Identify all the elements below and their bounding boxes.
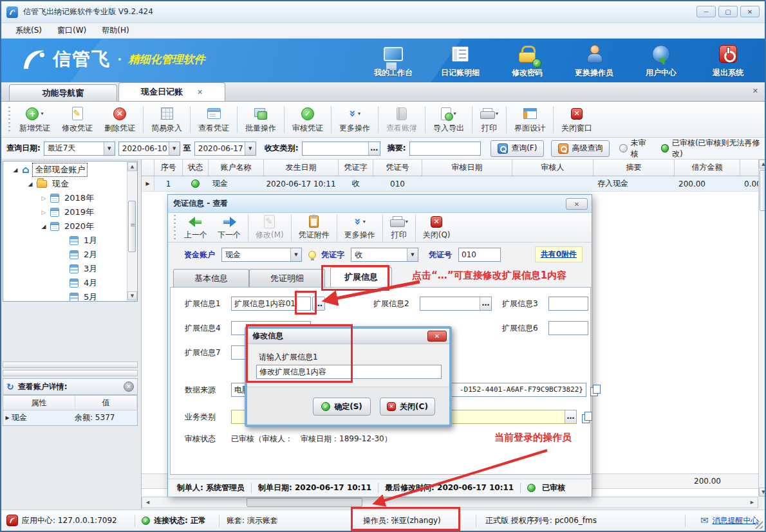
expander-icon[interactable] [12, 167, 19, 173]
vertical-scrollbar[interactable]: ▲ ▼ [758, 160, 766, 497]
modify-button[interactable]: 修改(M) [250, 214, 289, 241]
tree-item-cash[interactable]: 现金 [3, 177, 137, 191]
column-header-seq[interactable]: 序号 [154, 160, 183, 176]
new-voucher-button[interactable]: + 新增凭证 [14, 104, 56, 135]
voucher-number-input[interactable]: 010 [458, 248, 501, 262]
banner-action-workbench[interactable]: 我的工作台 [366, 42, 421, 78]
view-voucher-button[interactable]: 查看凭证 [192, 104, 235, 135]
date-from-select[interactable]: 2020-06-10 [118, 142, 180, 156]
column-header-credit[interactable] [740, 160, 758, 176]
message-center[interactable]: 消息提醒中心 [700, 510, 759, 531]
column-header-word[interactable]: 凭证字 [339, 160, 373, 176]
next-voucher-button[interactable]: 下一个 [212, 214, 246, 241]
dialog-print-button[interactable]: 打印 [385, 214, 413, 241]
scroll-thumb[interactable] [760, 170, 766, 211]
search-button[interactable]: 查询(F) [490, 140, 544, 157]
quick-entry-button[interactable]: 简易录入 [145, 104, 188, 135]
modal-close-icon[interactable] [427, 331, 447, 342]
column-header-number[interactable]: 凭证号 [373, 160, 422, 176]
ext1-ellipsis-button[interactable]: … [312, 297, 325, 311]
modal-text-input[interactable]: 修改扩展信息1内容 [256, 365, 442, 379]
prev-voucher-button[interactable]: 上一个 [179, 214, 212, 241]
voucher-attachment-button[interactable]: 凭证附件 [294, 214, 335, 241]
column-header-property[interactable]: 属性 [3, 396, 75, 410]
tab-function-nav[interactable]: 功能导航窗 [9, 84, 117, 101]
tab-close-icon[interactable] [197, 88, 203, 96]
date-preset-select[interactable]: 最近7天 [44, 142, 115, 156]
scroll-thumb[interactable] [128, 201, 136, 252]
copy-icon[interactable] [590, 385, 600, 396]
banner-action-journal[interactable]: 日记账明细 [433, 42, 488, 78]
account-detail-row[interactable]: 现金 余额: 5377 [3, 410, 137, 425]
horizontal-scrollbar[interactable]: ◀ ▶ [142, 497, 758, 508]
tree-item-mar[interactable]: 3月 [3, 262, 137, 276]
modal-close-button[interactable]: ✕ 关闭(C) [380, 398, 435, 416]
close-button[interactable] [740, 6, 760, 17]
menu-help[interactable]: 帮助(H) [94, 24, 136, 37]
edit-voucher-button[interactable]: 修改凭证 [56, 104, 98, 135]
tree-item-all-accounts[interactable]: 全部现金账户 [3, 163, 137, 177]
modal-ok-button[interactable]: 确定(S) [313, 398, 371, 416]
fund-account-select[interactable]: 现金 [221, 248, 302, 262]
banner-action-user-center[interactable]: 用户中心 [633, 42, 689, 78]
tab-extended-info[interactable]: 扩展信息 [330, 267, 392, 287]
scroll-up-icon[interactable]: ▲ [759, 160, 766, 169]
chevron-down-icon[interactable] [104, 142, 115, 155]
ext2-input[interactable]: … [420, 297, 492, 311]
chevron-down-icon[interactable] [407, 248, 418, 261]
ext3-input[interactable] [548, 297, 588, 311]
splitter-bar[interactable] [3, 362, 138, 368]
expander-icon[interactable] [41, 195, 47, 201]
column-header-audit-date[interactable]: 审核日期 [422, 160, 512, 176]
banner-action-switch-operator[interactable]: 更换操作员 [566, 42, 622, 78]
tree-item-apr[interactable]: 4月 [3, 276, 137, 290]
category-input[interactable]: … [302, 142, 380, 156]
column-header-summary[interactable]: 摘要 [593, 160, 675, 176]
delete-voucher-button[interactable]: ✕ 删除凭证 [98, 104, 141, 135]
expander-icon[interactable] [41, 223, 47, 230]
voucher-row[interactable]: 1 现金 2020-06-17 10:11 收 010 存入现金 200.00 … [142, 176, 758, 192]
audit-voucher-button[interactable]: ✓ 审核凭证 [286, 104, 329, 135]
scroll-up-icon[interactable]: ▲ [127, 162, 137, 171]
expander-icon[interactable] [41, 209, 47, 216]
minimize-button[interactable] [696, 6, 716, 17]
tree-item-feb[interactable]: 2月 [3, 248, 137, 262]
ext6-input[interactable] [548, 321, 588, 335]
tree-item-jan[interactable]: 1月 [3, 234, 137, 248]
scroll-thumb[interactable] [247, 498, 362, 507]
column-header-account[interactable]: 账户名称 [209, 160, 264, 176]
ui-design-button[interactable]: 界面设计 [509, 104, 551, 135]
advanced-search-button[interactable]: 高级查询 [551, 140, 610, 157]
chevron-down-icon[interactable] [245, 142, 256, 155]
expander-icon[interactable] [27, 181, 33, 187]
attachment-count-link[interactable]: 共有0附件 [535, 246, 583, 262]
maximize-button[interactable] [718, 6, 738, 17]
chevron-down-icon[interactable] [290, 248, 301, 261]
banner-action-exit[interactable]: 退出系统 [700, 42, 756, 78]
menu-system[interactable]: 系统(S) [8, 24, 50, 37]
summary-input[interactable] [409, 142, 481, 156]
tree-item-may[interactable]: 5月 [3, 290, 137, 302]
menu-window[interactable]: 窗口(W) [50, 24, 94, 37]
scroll-down-icon[interactable]: ▼ [127, 291, 137, 300]
tree-scrollbar[interactable]: ▲ ▼ [127, 162, 136, 300]
dialog-close-button[interactable]: ✕ 关闭(Q) [418, 214, 456, 241]
chevron-down-icon[interactable] [169, 142, 180, 155]
resize-grip[interactable] [755, 521, 763, 529]
ellipsis-button[interactable]: … [565, 410, 576, 423]
tab-voucher-detail[interactable]: 凭证明细 [249, 269, 325, 287]
column-header-auditor[interactable]: 审核人 [512, 160, 593, 176]
import-export-button[interactable]: 导入导出 [427, 104, 470, 135]
tree-item-2018[interactable]: 2018年 [3, 191, 137, 205]
scroll-right-icon[interactable]: ▶ [747, 498, 757, 507]
column-header-value[interactable]: 值 [75, 396, 137, 410]
tab-cash-journal[interactable]: 现金日记账 [118, 82, 225, 101]
tab-basic-info[interactable]: 基本信息 [173, 269, 249, 287]
column-header-debit[interactable]: 借方金额 [675, 160, 740, 176]
print-button[interactable]: 打印 [474, 104, 504, 135]
ellipsis-button[interactable]: … [368, 142, 380, 155]
scroll-left-icon[interactable]: ◀ [143, 498, 153, 507]
ext1-input[interactable]: 扩展信息1内容01 [231, 297, 311, 311]
date-to-select[interactable]: 2020-06-17 [194, 142, 256, 156]
column-header-date[interactable]: 发生日期 [264, 160, 339, 176]
